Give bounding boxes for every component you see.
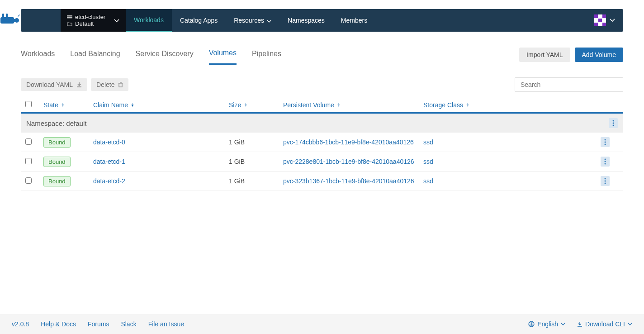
svg-point-7	[613, 120, 614, 122]
subtab-pipelines[interactable]: Pipelines	[252, 45, 281, 64]
project-name: Default	[75, 20, 94, 27]
row-actions-menu[interactable]	[601, 176, 610, 186]
svg-point-14	[605, 161, 606, 162]
state-badge: Bound	[43, 176, 71, 186]
persistent-volume-link[interactable]: pvc-2228e801-1bcb-11e9-bf8e-42010aa40126	[283, 158, 414, 165]
state-badge: Bound	[43, 137, 71, 148]
import-yaml-button[interactable]: Import YAML	[519, 48, 570, 62]
svg-rect-5	[67, 15, 72, 16]
main-nav: Workloads Catalog Apps Resources Namespa…	[126, 9, 375, 32]
table-header: State▲▼ Claim Name▲▼ Size▲▼ Persistent V…	[21, 97, 623, 114]
storage-class-link[interactable]: ssd	[423, 138, 433, 146]
chevron-down-icon	[267, 17, 271, 24]
persistent-volume-link[interactable]: pvc-174cbbb6-1bcb-11e9-bf8e-42010aa40126	[283, 138, 414, 146]
nav-workloads[interactable]: Workloads	[126, 9, 172, 32]
persistent-volume-link[interactable]: pvc-323b1367-1bcb-11e9-bf8e-42010aa40126	[283, 177, 414, 185]
namespace-group-row: Namespace: default	[21, 114, 623, 133]
select-all-checkbox[interactable]	[25, 101, 32, 107]
row-checkbox[interactable]	[25, 138, 32, 145]
subtab-load-balancing[interactable]: Load Balancing	[70, 45, 120, 64]
table-row: Bounddata-etcd-11 GiBpvc-2228e801-1bcb-1…	[21, 152, 623, 172]
delete-button[interactable]: Delete	[91, 78, 128, 91]
sort-icon: ▲▼	[131, 103, 134, 107]
svg-point-11	[605, 142, 606, 143]
sub-tabs: Workloads Load Balancing Service Discove…	[21, 44, 623, 65]
svg-point-12	[605, 144, 606, 145]
cluster-project-selector[interactable]: etcd-cluster Default	[61, 9, 126, 32]
state-badge: Bound	[43, 157, 71, 167]
top-nav-bar: etcd-cluster Default Workloads Catalog A…	[21, 9, 623, 32]
svg-point-8	[613, 123, 614, 124]
svg-point-17	[605, 181, 606, 182]
nav-resources[interactable]: Resources	[226, 9, 279, 32]
nav-catalog-apps[interactable]: Catalog Apps	[172, 9, 226, 32]
row-actions-menu[interactable]	[601, 137, 610, 147]
row-checkbox[interactable]	[25, 158, 32, 164]
row-checkbox[interactable]	[25, 177, 32, 184]
svg-rect-4	[13, 19, 18, 22]
table-row: Bounddata-etcd-21 GiBpvc-323b1367-1bcb-1…	[21, 172, 623, 191]
chevron-down-icon	[610, 19, 615, 22]
nav-members[interactable]: Members	[333, 9, 375, 32]
col-claim-name[interactable]: Claim Name▲▼	[93, 101, 229, 109]
trash-icon	[118, 82, 123, 87]
volumes-table: State▲▼ Claim Name▲▼ Size▲▼ Persistent V…	[21, 97, 623, 191]
add-volume-button[interactable]: Add Volume	[575, 48, 624, 62]
col-persistent-volume[interactable]: Persistent Volume▲▼	[283, 101, 423, 109]
nav-namespaces[interactable]: Namespaces	[279, 9, 333, 32]
row-actions-menu[interactable]	[601, 157, 610, 167]
svg-point-15	[605, 163, 606, 165]
svg-rect-2	[6, 14, 8, 18]
size-value: 1 GiB	[229, 158, 283, 165]
claim-name-link[interactable]: data-etcd-2	[93, 177, 125, 185]
col-size[interactable]: Size▲▼	[229, 101, 283, 109]
chevron-down-icon	[114, 17, 119, 24]
storage-class-link[interactable]: ssd	[423, 177, 433, 185]
claim-name-link[interactable]: data-etcd-1	[93, 158, 125, 165]
col-storage-class[interactable]: Storage Class▲▼	[423, 101, 601, 109]
svg-point-9	[613, 125, 614, 126]
cluster-name: etcd-cluster	[75, 14, 105, 20]
user-menu[interactable]	[594, 9, 623, 32]
svg-rect-0	[0, 17, 14, 24]
folder-icon	[67, 22, 72, 26]
search-input[interactable]	[515, 77, 623, 92]
svg-point-18	[605, 183, 606, 184]
storage-class-link[interactable]: ssd	[423, 158, 433, 165]
table-row: Bounddata-etcd-01 GiBpvc-174cbbb6-1bcb-1…	[21, 133, 623, 152]
download-icon	[76, 82, 82, 87]
rancher-logo[interactable]	[0, 12, 20, 29]
claim-name-link[interactable]: data-etcd-0	[93, 138, 125, 146]
size-value: 1 GiB	[229, 138, 283, 146]
sort-icon: ▲▼	[466, 103, 469, 107]
svg-point-16	[605, 178, 606, 180]
svg-rect-1	[2, 14, 4, 18]
cluster-icon	[67, 15, 72, 19]
subtab-service-discovery[interactable]: Service Discovery	[136, 45, 194, 64]
size-value: 1 GiB	[229, 177, 283, 185]
namespace-actions-menu[interactable]	[609, 118, 618, 128]
col-state[interactable]: State▲▼	[43, 101, 93, 109]
subtab-volumes[interactable]: Volumes	[209, 44, 237, 65]
download-yaml-button[interactable]: Download YAML	[21, 78, 87, 91]
toolbar: Download YAML Delete	[21, 77, 623, 92]
sort-icon: ▲▼	[244, 103, 247, 107]
sort-icon: ▲▼	[337, 103, 341, 107]
svg-point-13	[605, 159, 606, 160]
sort-icon: ▲▼	[61, 103, 65, 107]
user-avatar	[594, 14, 606, 26]
svg-point-10	[605, 139, 606, 141]
subtab-workloads[interactable]: Workloads	[21, 45, 55, 64]
namespace-label: Namespace: default	[26, 119, 86, 127]
svg-rect-6	[67, 17, 72, 18]
